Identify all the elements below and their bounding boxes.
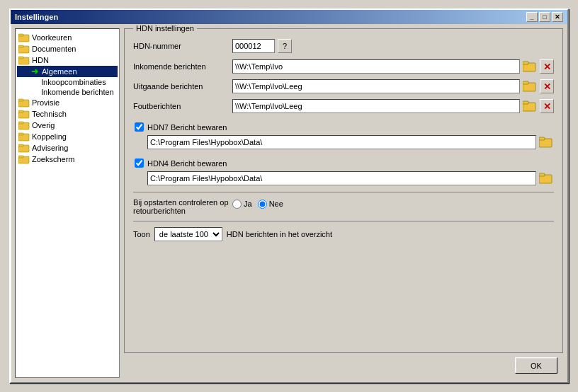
delete-icon: ✕ bbox=[543, 81, 551, 92]
svg-rect-21 bbox=[523, 81, 528, 84]
section-divider-2 bbox=[133, 221, 554, 221]
toon-suffix: HDN berichten in het overzicht bbox=[227, 230, 332, 238]
ja-radio-label: Ja bbox=[232, 200, 252, 209]
sidebar-item-provisie[interactable]: Provisie bbox=[17, 97, 118, 108]
hdn7-checkbox[interactable] bbox=[135, 122, 144, 132]
svg-rect-11 bbox=[18, 122, 23, 124]
main-window: Instellingen _ □ ✕ Voorkeuren bbox=[9, 8, 569, 384]
folder-icon bbox=[18, 44, 30, 54]
maximize-button[interactable]: □ bbox=[539, 12, 550, 22]
hdn4-path-input[interactable] bbox=[147, 171, 536, 185]
hdn-number-input[interactable] bbox=[232, 39, 275, 53]
hdn-settings-group: HDN instellingen HDN-nummer ? Inkomende … bbox=[124, 28, 563, 353]
uitgaande-input-group: ✕ bbox=[232, 79, 554, 94]
arrow-right-icon: ➜ bbox=[31, 67, 40, 76]
hdn7-folder-button[interactable] bbox=[538, 134, 554, 150]
folder-icon bbox=[18, 143, 30, 153]
sidebar-item-hdn[interactable]: HDN bbox=[17, 54, 118, 66]
toon-select[interactable]: de laatste 100 de laatste 50 de laatste … bbox=[154, 227, 222, 241]
svg-rect-9 bbox=[18, 110, 23, 113]
sidebar-label-advisering: Advisering bbox=[32, 144, 68, 152]
group-box-title: HDN instellingen bbox=[133, 24, 197, 33]
sidebar-label-technisch: Technisch bbox=[32, 110, 67, 118]
uitgaande-delete-button[interactable]: ✕ bbox=[540, 79, 554, 93]
sidebar-item-zoekscherm[interactable]: Zoekscherm bbox=[17, 154, 118, 165]
bottom-bar: OK bbox=[124, 353, 563, 378]
question-mark: ? bbox=[283, 42, 287, 50]
hdn4-checkbox[interactable] bbox=[135, 158, 144, 168]
uitgaande-label: Uitgaande berichten bbox=[133, 82, 232, 91]
toon-prefix: Toon bbox=[133, 230, 150, 238]
nee-label: Nee bbox=[269, 200, 283, 208]
svg-rect-3 bbox=[18, 45, 23, 47]
hdn4-folder-button[interactable] bbox=[538, 171, 554, 186]
uitgaande-input[interactable] bbox=[232, 79, 520, 93]
retour-row: Bij opstarten controleren op retourberic… bbox=[133, 198, 554, 215]
titlebar: Instellingen _ □ ✕ bbox=[11, 10, 567, 24]
hdn4-checkbox-row: HDN4 Bericht bewaren bbox=[135, 158, 554, 168]
sidebar-label-provisie: Provisie bbox=[32, 98, 60, 107]
question-button[interactable]: ? bbox=[278, 39, 292, 53]
sidebar-item-koppeling[interactable]: Koppeling bbox=[17, 131, 118, 142]
inkomende-berichten-row: Inkomende berichten ✕ bbox=[133, 59, 554, 74]
uitgaande-berichten-row: Uitgaande berichten ✕ bbox=[133, 79, 554, 94]
svg-rect-5 bbox=[18, 57, 23, 59]
sidebar-item-algemeen[interactable]: ➜ Algemeen bbox=[17, 66, 118, 77]
inkomende-delete-button[interactable]: ✕ bbox=[540, 59, 554, 74]
folder-icon bbox=[18, 55, 30, 65]
ja-radio[interactable] bbox=[232, 200, 242, 209]
retour-radio-group: Ja Nee bbox=[232, 200, 283, 209]
sidebar-item-overig[interactable]: Overig bbox=[17, 120, 118, 131]
sidebar-tree: Voorkeuren Documenten bbox=[15, 28, 120, 378]
folder-icon bbox=[18, 120, 30, 130]
hdn7-path-input[interactable] bbox=[147, 135, 536, 149]
fout-input[interactable] bbox=[232, 99, 520, 113]
hdn7-checkbox-row: HDN7 Bericht bewaren bbox=[135, 122, 554, 132]
sidebar-label-koppeling: Koppeling bbox=[32, 132, 67, 141]
sidebar-label-inkomende-berichten: Inkomende berichten bbox=[41, 88, 114, 96]
sidebar-item-technisch[interactable]: Technisch bbox=[17, 108, 118, 120]
section-divider bbox=[133, 192, 554, 192]
sidebar-label-overig: Overig bbox=[32, 121, 55, 129]
svg-rect-23 bbox=[523, 101, 528, 104]
sidebar-item-inkoopcombinaties[interactable]: Inkoopcombinaties bbox=[17, 77, 118, 87]
svg-rect-19 bbox=[523, 62, 528, 64]
retour-label: Bij opstarten controleren op retourberic… bbox=[133, 198, 232, 215]
delete-icon: ✕ bbox=[543, 101, 551, 112]
sidebar-label-algemeen: Algemeen bbox=[42, 67, 77, 76]
svg-rect-27 bbox=[539, 173, 545, 176]
hdn-number-label: HDN-nummer bbox=[133, 42, 232, 50]
fout-input-group: ✕ bbox=[232, 98, 554, 114]
minimize-button[interactable]: _ bbox=[526, 12, 538, 22]
sidebar-item-inkomende-berichten[interactable]: Inkomende berichten bbox=[17, 87, 118, 97]
fout-delete-button[interactable]: ✕ bbox=[540, 99, 554, 113]
fout-folder-button[interactable] bbox=[522, 98, 538, 114]
sidebar-label-inkoopcombinaties: Inkoopcombinaties bbox=[41, 78, 106, 86]
main-panel: HDN instellingen HDN-nummer ? Inkomende … bbox=[124, 28, 563, 378]
nee-radio-label: Nee bbox=[258, 200, 283, 209]
folder-icon bbox=[18, 98, 30, 108]
inkomende-input[interactable] bbox=[232, 59, 520, 74]
hdn-number-row: HDN-nummer ? bbox=[133, 39, 554, 53]
sidebar-item-voorkeuren[interactable]: Voorkeuren bbox=[17, 32, 118, 43]
hdn4-checkbox-label: HDN4 Bericht bewaren bbox=[147, 159, 227, 168]
nee-radio[interactable] bbox=[258, 200, 267, 209]
hdn7-path-row bbox=[133, 134, 554, 150]
ok-button[interactable]: OK bbox=[515, 357, 557, 374]
svg-rect-17 bbox=[18, 156, 23, 158]
uitgaande-folder-button[interactable] bbox=[522, 79, 538, 94]
hdn4-path-row bbox=[133, 171, 554, 186]
inkomende-input-group: ✕ bbox=[232, 59, 554, 74]
sidebar-item-documenten[interactable]: Documenten bbox=[17, 43, 118, 54]
inkomende-label: Inkomende berichten bbox=[133, 62, 232, 71]
fout-berichten-row: Foutberichten ✕ bbox=[133, 98, 554, 114]
inkomende-folder-button[interactable] bbox=[522, 59, 538, 74]
sidebar-label-voorkeuren: Voorkeuren bbox=[32, 33, 72, 42]
svg-rect-15 bbox=[18, 144, 23, 146]
svg-rect-1 bbox=[18, 34, 23, 36]
sidebar-item-advisering[interactable]: Advisering bbox=[17, 142, 118, 154]
close-button[interactable]: ✕ bbox=[552, 12, 563, 22]
hdn7-checkbox-label: HDN7 Bericht bewaren bbox=[147, 123, 227, 132]
svg-rect-25 bbox=[539, 137, 545, 140]
sidebar-label-documenten: Documenten bbox=[32, 45, 76, 53]
